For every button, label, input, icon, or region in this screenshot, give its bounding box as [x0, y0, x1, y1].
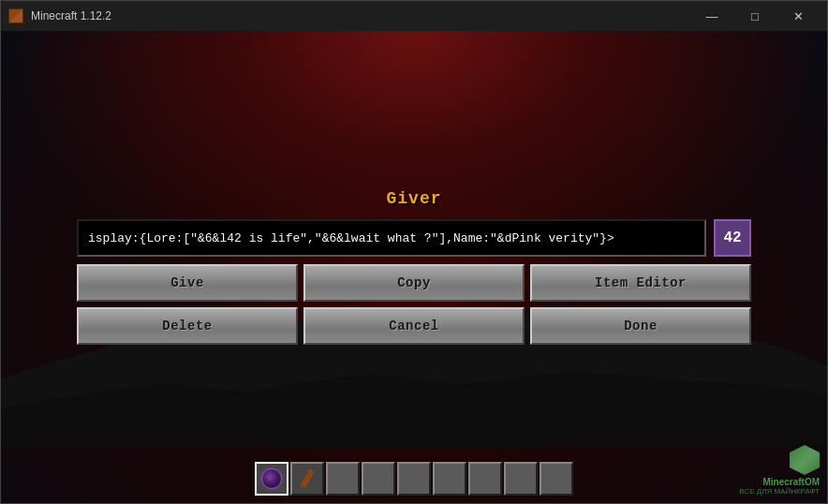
titlebar: Minecraft 1.12.2 — □ ✕	[1, 1, 827, 31]
cancel-button[interactable]: Cancel	[303, 307, 525, 345]
dialog-input-row: 42	[77, 219, 751, 257]
window: Minecraft 1.12.2 — □ ✕	[0, 0, 828, 504]
give-button[interactable]: Give	[77, 264, 298, 302]
window-title: Minecraft 1.12.2	[31, 9, 690, 22]
window-controls: — □ ✕	[690, 1, 820, 31]
done-button[interactable]: Done	[530, 307, 751, 345]
close-button[interactable]: ✕	[776, 1, 820, 31]
dialog-buttons: Give Copy Item Editor Delete Cancel Done	[77, 264, 751, 345]
copy-button[interactable]: Copy	[303, 264, 525, 302]
app-icon	[8, 8, 23, 23]
item-count-badge: 42	[714, 219, 751, 257]
item-editor-button[interactable]: Item Editor	[530, 264, 751, 302]
item-command-input[interactable]	[77, 219, 706, 257]
maximize-button[interactable]: □	[733, 1, 776, 31]
dialog-title: Giver	[386, 189, 441, 208]
dialog: Giver 42 Give Copy Item Editor Delete Ca…	[77, 189, 751, 345]
game-area: MinecraftOM ВСЕ ДЛЯ МАЙНКРАФТ Giver 42 G…	[1, 31, 827, 503]
dialog-overlay: Giver 42 Give Copy Item Editor Delete Ca…	[1, 31, 827, 503]
minimize-button[interactable]: —	[690, 1, 733, 31]
delete-button[interactable]: Delete	[77, 307, 298, 345]
